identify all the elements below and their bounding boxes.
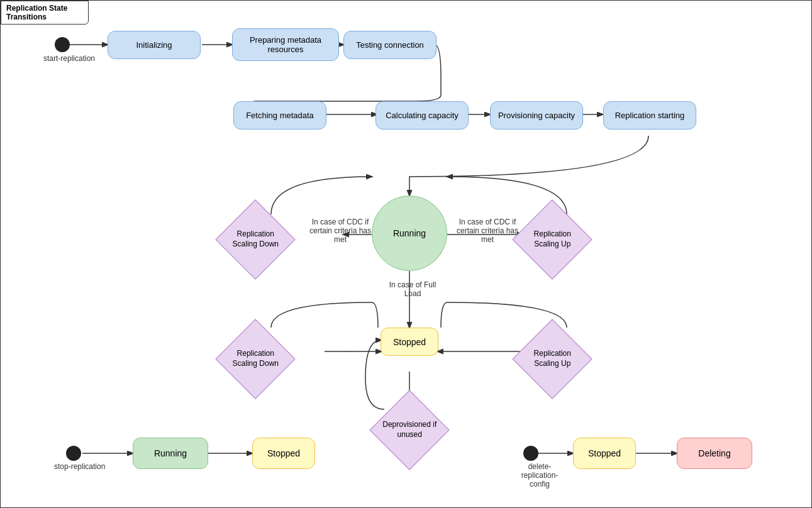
node-stopped-bottom-right: Stopped — [573, 438, 636, 469]
node-calculating: Calculating capacity — [375, 101, 469, 130]
node-scaling-up-bottom: Replication Scaling Up — [512, 319, 592, 399]
node-running-bottom: Running — [133, 438, 208, 469]
node-deprovisioned: Deprovisioned if unused — [369, 390, 449, 470]
node-scaling-down-bottom: Replication Scaling Down — [215, 319, 295, 399]
node-testing: Testing connection — [343, 31, 437, 59]
node-preparing: Preparing metadata resources — [232, 28, 339, 61]
diagram-container: Replication State Transitions — [0, 0, 812, 508]
node-provisioning: Provisioning capacity — [490, 101, 583, 130]
node-initializing: Initializing — [108, 31, 201, 59]
start-replication-label: start-replication — [43, 54, 95, 63]
node-running-main: Running — [372, 196, 447, 271]
diagram-title: Replication State Transitions — [1, 1, 89, 25]
node-stopped-main: Stopped — [381, 328, 438, 356]
stop-replication-label: stop-replication — [54, 462, 105, 471]
start-dot-top — [55, 37, 70, 52]
delete-replication-dot — [523, 446, 538, 461]
delete-replication-label: delete-replication- config — [511, 462, 568, 489]
node-scaling-down-top: Replication Scaling Down — [215, 199, 295, 279]
node-fetching: Fetching metadata — [233, 101, 326, 130]
node-scaling-up-top: Replication Scaling Up — [512, 199, 592, 279]
node-stopped-bottom-left: Stopped — [252, 438, 315, 469]
node-deleting: Deleting — [677, 438, 752, 469]
stop-replication-dot — [66, 446, 81, 461]
cdc-label-left: In case of CDC if certain criteria has m… — [303, 218, 378, 244]
full-load-label: In case of Full Load — [387, 280, 438, 298]
node-replication-starting: Replication starting — [603, 101, 696, 130]
